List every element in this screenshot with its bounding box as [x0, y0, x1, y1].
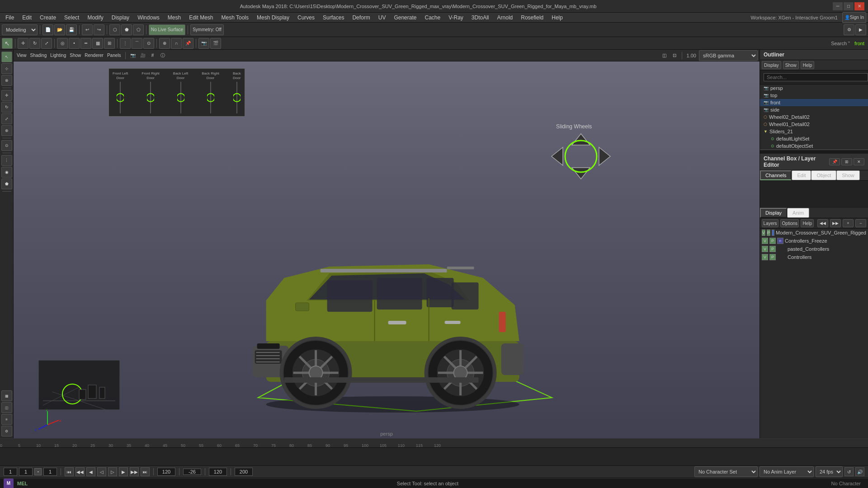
face-button[interactable]: ▦: [92, 38, 103, 49]
soft-select-button[interactable]: ◎: [57, 38, 68, 49]
menu-uv[interactable]: UV: [375, 14, 390, 22]
constraint-button[interactable]: ∩: [171, 38, 182, 49]
outliner-display-btn[interactable]: Display: [762, 61, 781, 69]
vp-camera2-button[interactable]: 🎥: [138, 51, 147, 60]
pb-next-key[interactable]: ▶▶: [130, 467, 139, 476]
outliner-item[interactable]: ⊙ defaultLightSet: [760, 135, 868, 142]
snap-point-button[interactable]: ⊙: [143, 38, 154, 49]
menu-edit-mesh[interactable]: Edit Mesh: [185, 14, 217, 22]
lt-rotate-button[interactable]: ↻: [1, 102, 12, 113]
uv-button[interactable]: ⊞: [104, 38, 115, 49]
le-add-layer-button[interactable]: +: [843, 219, 854, 227]
render-button[interactable]: ▶: [855, 24, 866, 35]
le-next-key-button[interactable]: ▶▶: [830, 219, 841, 227]
layer-p-2[interactable]: P: [769, 238, 776, 244]
menu-surfaces[interactable]: Surfaces: [319, 14, 348, 22]
menu-mesh[interactable]: Mesh: [164, 14, 184, 22]
symmetry-button[interactable]: Symmetry: Off: [190, 24, 224, 35]
lt-move-button[interactable]: ✛: [1, 90, 12, 101]
menu-file[interactable]: File: [2, 14, 18, 22]
scale-button[interactable]: ⤢: [41, 38, 52, 49]
vp-view-menu[interactable]: View: [15, 51, 28, 60]
new-scene-button[interactable]: 📄: [42, 24, 53, 35]
menu-arnold[interactable]: Arnold: [494, 14, 517, 22]
lt-snap-button[interactable]: ⋮: [1, 155, 12, 166]
lt-paint-button[interactable]: ⊗: [1, 75, 12, 86]
pb-no-anim-layer-dropdown[interactable]: No Anim Layer: [760, 466, 814, 477]
vertex-button[interactable]: •: [69, 38, 80, 49]
cb-object-tab[interactable]: Object: [811, 170, 836, 180]
paint-button[interactable]: ⬠: [133, 24, 144, 35]
menu-mesh-display[interactable]: Mesh Display: [253, 14, 293, 22]
snap-grid-button[interactable]: ⋮: [120, 38, 131, 49]
save-scene-button[interactable]: 💾: [66, 24, 77, 35]
outliner-item[interactable]: 📷 front: [760, 99, 868, 106]
timeline-bar[interactable]: [0, 448, 868, 465]
pb-audio-button[interactable]: 🔊: [855, 467, 864, 476]
pb-skip-start[interactable]: ⏮: [65, 467, 74, 476]
le-help-menu[interactable]: Help: [801, 219, 814, 227]
pb-fps-dropdown[interactable]: 24 fps: [816, 466, 843, 477]
lt-show-manip-button[interactable]: ⊙: [1, 140, 12, 151]
lt-hud-button[interactable]: ◫: [1, 402, 12, 413]
menu-vray[interactable]: V-Ray: [445, 14, 467, 22]
outliner-item[interactable]: 📷 top: [760, 92, 868, 99]
outliner-item[interactable]: ⬡ Wheel01_Detail02: [760, 121, 868, 128]
outliner-show-btn[interactable]: Show: [783, 61, 799, 69]
vp-fit-button[interactable]: ⊡: [670, 51, 679, 60]
layer-row[interactable]: V P R Controllers_Freeze: [760, 237, 868, 245]
menu-generate[interactable]: Generate: [390, 14, 420, 22]
lt-universal-button[interactable]: ⊕: [1, 125, 12, 136]
layer-r-2[interactable]: R: [777, 238, 783, 244]
vp-lighting-menu[interactable]: Lighting: [49, 51, 67, 60]
layer-row[interactable]: V P Modern_Crossover_SUV_Green_Rigged: [760, 229, 868, 237]
outliner-item[interactable]: ⊙ defaultObjectSet: [760, 142, 868, 150]
vp-heads-up-button[interactable]: ⓘ: [158, 51, 167, 60]
pb-play-back[interactable]: ◁: [97, 467, 106, 476]
pb-end-frame[interactable]: [43, 468, 57, 476]
pb-play-fwd[interactable]: ▷: [108, 467, 117, 476]
layer-p-4[interactable]: P: [769, 254, 776, 260]
outliner-help-btn[interactable]: Help: [801, 61, 815, 69]
lt-soft-mod-button[interactable]: ◉: [1, 167, 12, 178]
lt-tool-button[interactable]: ⚙: [1, 426, 12, 436]
lt-outliner-button[interactable]: ▦: [1, 390, 12, 401]
pb-start-frame[interactable]: [4, 468, 17, 476]
timeline-ruler[interactable]: 0 5 10 15 20 25 30 35 40 45 50 55 60 65 …: [0, 439, 868, 448]
le-anim-tab[interactable]: Anim: [787, 208, 809, 218]
cb-float-button[interactable]: ⊞: [841, 158, 852, 165]
outliner-item[interactable]: ⬡ Wheel02_Detail02: [760, 113, 868, 121]
menu-cache[interactable]: Cache: [421, 14, 444, 22]
pb-next-frame[interactable]: ▶: [119, 467, 128, 476]
no-live-surface-button[interactable]: No Live Surface: [149, 24, 185, 35]
menu-edit[interactable]: Edit: [19, 14, 35, 22]
pin-button[interactable]: 📌: [183, 38, 193, 49]
cmd-input[interactable]: [31, 481, 393, 486]
vp-panels-menu[interactable]: Panels: [106, 51, 123, 60]
viewport[interactable]: View Shading Lighting Show Renderer Pane…: [14, 50, 760, 438]
close-button[interactable]: ✕: [854, 2, 864, 10]
pb-skip-end[interactable]: ⏭: [141, 467, 150, 476]
le-prev-key-button[interactable]: ◀◀: [817, 219, 828, 227]
vp-grid-button[interactable]: #: [148, 51, 157, 60]
pb-prev-frame[interactable]: ◀: [86, 467, 95, 476]
layer-row[interactable]: V P pasted_Controllers: [760, 245, 868, 253]
outliner-item[interactable]: 📷 persp: [760, 84, 868, 92]
le-layers-menu[interactable]: Layers: [762, 219, 778, 227]
menu-rosefield[interactable]: Rosefield: [517, 14, 547, 22]
snap-curve-button[interactable]: ⌒: [132, 38, 142, 49]
viewport-canvas[interactable]: Front LeftDoor Front RightDoor: [14, 61, 760, 438]
layer-vis-4[interactable]: V: [762, 254, 768, 260]
cb-show-tab[interactable]: Show: [836, 170, 860, 180]
le-display-tab[interactable]: Display: [760, 208, 787, 218]
maximize-button[interactable]: □: [844, 2, 854, 10]
menu-windows[interactable]: Windows: [134, 14, 163, 22]
rotate-button[interactable]: ↻: [29, 38, 40, 49]
select-tool-button[interactable]: ⬡: [109, 24, 120, 35]
pb-max-end[interactable]: [209, 468, 227, 476]
menu-mesh-tools[interactable]: Mesh Tools: [218, 14, 252, 22]
render-view-button[interactable]: 🎬: [210, 38, 221, 49]
pb-loop-button[interactable]: ↺: [844, 467, 854, 476]
menu-deform[interactable]: Deform: [349, 14, 373, 22]
menu-display[interactable]: Display: [108, 14, 133, 22]
